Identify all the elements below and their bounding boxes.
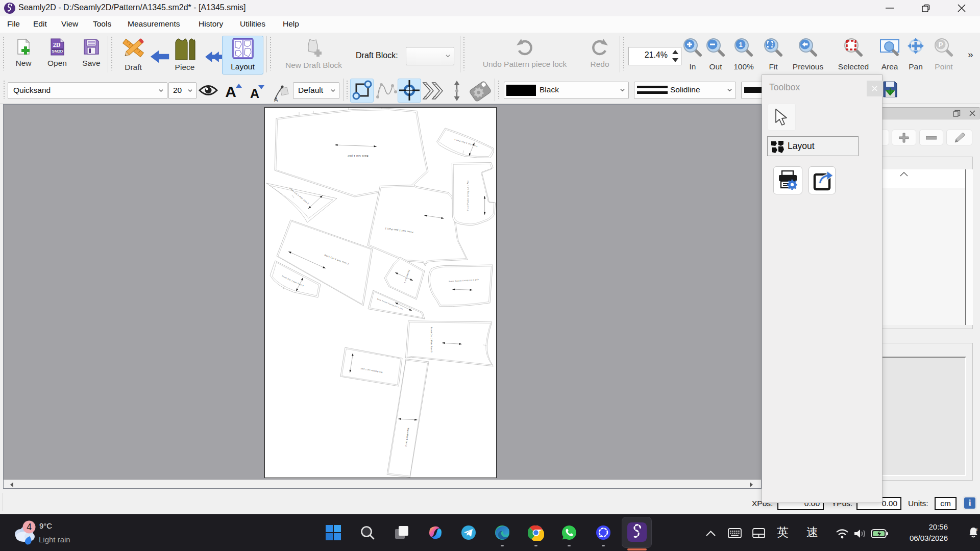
svg-text:Back Cut 1 pair: Back Cut 1 pair — [348, 155, 369, 158]
svg-text:1: 1 — [739, 41, 742, 48]
svg-text:SM2D: SM2D — [52, 49, 63, 54]
svg-text:z: z — [975, 527, 978, 532]
svg-text:2D: 2D — [53, 41, 61, 48]
svg-text:P: P — [939, 41, 943, 48]
svg-text:Front Cut 1 Pair Part 5: Front Cut 1 Pair Part 5 — [430, 327, 433, 353]
svg-text:A: A — [250, 86, 259, 100]
svg-text:A: A — [274, 96, 278, 102]
svg-text:A: A — [225, 83, 236, 100]
svg-text:Front Pocket Lining cut 1 Pair: Front Pocket Lining cut 1 Pair — [467, 180, 469, 211]
svg-text:4: 4 — [27, 522, 32, 532]
